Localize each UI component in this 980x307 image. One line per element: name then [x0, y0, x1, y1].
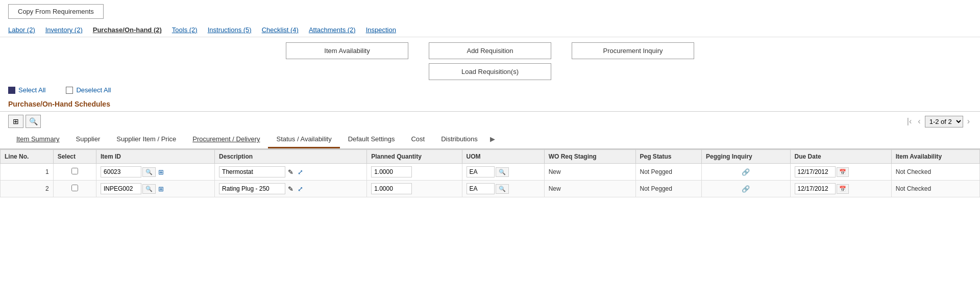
row1-description: ✎ ⤢: [215, 164, 367, 181]
row1-description-link[interactable]: ⤢: [296, 168, 305, 176]
row2-checkbox[interactable]: [71, 185, 78, 191]
row1-item-availability: Not Checked: [891, 164, 979, 181]
grid-icon: ⊞: [13, 117, 19, 125]
row2-item-id: 🔍 ⊞: [96, 181, 215, 197]
col-header-description: Description: [215, 150, 367, 164]
action-buttons-area: Item Availability Add Requisition Load R…: [0, 37, 980, 82]
row2-peg-status: Not Pegged: [635, 181, 702, 197]
table-row: 2 🔍 ⊞ ✎ ⤢: [1, 181, 980, 197]
tab-inventory[interactable]: Inventory (2): [45, 26, 83, 34]
table-row: 1 🔍 ⊞ ✎ ⤢: [1, 164, 980, 181]
row2-uom-search[interactable]: 🔍: [496, 184, 509, 194]
deselect-all-control[interactable]: Deselect All: [66, 86, 111, 94]
search-toolbar-button[interactable]: 🔍: [26, 115, 41, 128]
row2-planned-qty: [367, 181, 462, 197]
center-action-col: Add Requisition Load Requisition(s): [429, 42, 551, 80]
row2-description-link[interactable]: ⤢: [296, 185, 305, 193]
row1-item-id-input[interactable]: [101, 166, 141, 177]
select-all-label: Select All: [18, 86, 45, 94]
row2-uom: 🔍: [462, 181, 544, 197]
row1-uom-search[interactable]: 🔍: [496, 167, 509, 177]
top-bar: Copy From Requirements: [0, 0, 980, 23]
copy-from-requirements-button[interactable]: Copy From Requirements: [8, 4, 104, 19]
tab-labor[interactable]: Labor (2): [8, 26, 35, 34]
col-header-select: Select: [53, 150, 96, 164]
row1-uom-input[interactable]: [467, 166, 495, 177]
row1-description-edit[interactable]: ✎: [286, 168, 295, 176]
row2-item-id-input[interactable]: [101, 183, 141, 194]
row2-item-id-search[interactable]: 🔍: [142, 184, 156, 194]
deselect-all-checkbox[interactable]: [66, 87, 73, 94]
col-header-pegging-inquiry: Pegging Inquiry: [702, 150, 790, 164]
row1-calendar-btn[interactable]: 📅: [837, 167, 849, 177]
select-all-checkbox[interactable]: [8, 87, 15, 94]
col-header-peg-status: Peg Status: [635, 150, 702, 164]
row1-pegging-inquiry: 🔗: [702, 164, 790, 181]
item-availability-button[interactable]: Item Availability: [286, 42, 408, 59]
prev-page-button[interactable]: ‹: [916, 117, 922, 126]
row2-description-edit[interactable]: ✎: [286, 185, 295, 193]
col-header-line-no: Line No.: [1, 150, 54, 164]
row1-uom: 🔍: [462, 164, 544, 181]
page-select[interactable]: 1-2 of 2: [925, 116, 963, 127]
row1-pegging-inquiry-btn[interactable]: 🔗: [740, 168, 751, 176]
first-page-button[interactable]: |‹: [905, 117, 914, 126]
subtab-distributions[interactable]: Distributions: [433, 131, 486, 148]
grid-view-button[interactable]: ⊞: [8, 115, 23, 128]
select-controls: Select All Deselect All: [0, 82, 980, 98]
row2-description-input[interactable]: [219, 183, 285, 194]
subtab-status-availability[interactable]: Status / Availability: [268, 131, 339, 148]
row1-qty-input[interactable]: [371, 166, 412, 177]
table-toolbar: ⊞ 🔍 |‹ ‹ 1-2 of 2 ›: [0, 111, 980, 131]
row1-select: [53, 164, 96, 181]
subtab-supplier[interactable]: Supplier: [68, 131, 109, 148]
row1-checkbox[interactable]: [71, 168, 78, 174]
row1-description-input[interactable]: [219, 166, 285, 177]
row2-select: [53, 181, 96, 197]
row1-wo-req-staging: New: [544, 164, 635, 181]
sub-tabs: Item Summary Supplier Supplier Item / Pr…: [0, 131, 980, 149]
load-requisitions-button[interactable]: Load Requisition(s): [429, 63, 551, 80]
col-header-due-date: Due Date: [790, 150, 891, 164]
row2-wo-req-staging: New: [544, 181, 635, 197]
add-requisition-button[interactable]: Add Requisition: [429, 42, 551, 59]
next-page-button[interactable]: ›: [965, 117, 972, 126]
subtab-supplier-item-price[interactable]: Supplier Item / Price: [108, 131, 184, 148]
subtab-item-summary[interactable]: Item Summary: [8, 131, 68, 148]
row1-item-id-link[interactable]: ⊞: [157, 168, 165, 176]
tab-tools[interactable]: Tools (2): [172, 26, 198, 34]
purchase-onhand-table: Line No. Select Item ID Description Plan…: [0, 149, 980, 197]
row2-pegging-inquiry-btn[interactable]: 🔗: [740, 185, 751, 193]
row2-line-no: 2: [1, 181, 54, 197]
left-action-col: Item Availability: [286, 42, 408, 59]
col-header-uom: UOM: [462, 150, 544, 164]
row2-qty-input[interactable]: [371, 183, 412, 194]
subtab-more-button[interactable]: ▶: [486, 131, 499, 148]
right-action-col: Procurement Inquiry: [572, 42, 694, 59]
row2-item-id-link[interactable]: ⊞: [157, 185, 165, 193]
row2-description: ✎ ⤢: [215, 181, 367, 197]
tab-purchase-onhand[interactable]: Purchase/On-hand (2): [93, 26, 162, 34]
row1-item-id-search[interactable]: 🔍: [142, 167, 156, 177]
row1-line-no: 1: [1, 164, 54, 181]
subtab-procurement-delivery[interactable]: Procurement / Delivery: [184, 131, 268, 148]
row1-item-id: 🔍 ⊞: [96, 164, 215, 181]
tab-checklist[interactable]: Checklist (4): [262, 26, 299, 34]
tab-attachments[interactable]: Attachments (2): [309, 26, 356, 34]
tab-instructions[interactable]: Instructions (5): [208, 26, 252, 34]
col-header-item-availability: Item Availability: [891, 150, 979, 164]
row2-due-date: 📅: [790, 181, 891, 197]
select-all-control[interactable]: Select All: [8, 86, 45, 94]
section-title: Purchase/On-Hand Schedules: [0, 98, 980, 111]
deselect-all-label: Deselect All: [76, 86, 111, 94]
row2-calendar-btn[interactable]: 📅: [837, 184, 849, 194]
row2-due-date-input[interactable]: [795, 183, 836, 194]
row2-uom-input[interactable]: [467, 183, 495, 194]
col-header-item-id: Item ID: [96, 150, 215, 164]
subtab-cost[interactable]: Cost: [403, 131, 433, 148]
row1-due-date-input[interactable]: [795, 166, 836, 177]
procurement-inquiry-button[interactable]: Procurement Inquiry: [572, 42, 694, 59]
tab-inspection[interactable]: Inspection: [366, 26, 396, 34]
subtab-default-settings[interactable]: Default Settings: [340, 131, 403, 148]
table-container: Line No. Select Item ID Description Plan…: [0, 149, 980, 197]
